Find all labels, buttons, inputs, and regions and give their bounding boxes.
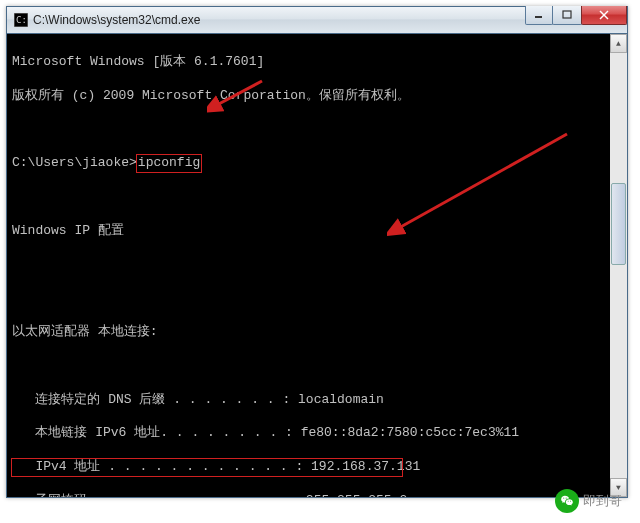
config-row: IPv4 地址 . . . . . . . . . . . . : 192.16… xyxy=(12,459,402,476)
config-row: 子网掩码 . . . . . . . . . . . . : 255.255.2… xyxy=(12,493,605,497)
cmd-icon: C: xyxy=(13,12,29,28)
svg-rect-3 xyxy=(563,11,571,18)
header-line: Microsoft Windows [版本 6.1.7601] xyxy=(12,54,605,71)
scroll-up-button[interactable]: ▲ xyxy=(610,34,627,53)
svg-text:C:: C: xyxy=(16,15,27,25)
prompt-line: C:\Users\jiaoke>ipconfig xyxy=(12,155,605,172)
ipv4-highlight: IPv4 地址 . . . . . . . . . . . . : 192.16… xyxy=(12,459,402,476)
config-row: 本地链接 IPv6 地址. . . . . . . . : fe80::8da2… xyxy=(12,425,605,442)
scroll-track[interactable] xyxy=(610,53,627,478)
section-title: Windows IP 配置 xyxy=(12,223,605,240)
header-line: 版权所有 (c) 2009 Microsoft Corporation。保留所有… xyxy=(12,88,605,105)
window-buttons xyxy=(526,7,627,33)
cmd-window: C: C:\Windows\system32\cmd.exe Microsoft… xyxy=(6,6,628,498)
wechat-icon xyxy=(555,489,579,513)
vertical-scrollbar[interactable]: ▲ ▼ xyxy=(610,34,627,497)
titlebar[interactable]: C: C:\Windows\system32\cmd.exe xyxy=(7,7,627,34)
scroll-thumb[interactable] xyxy=(611,183,626,265)
svg-line-7 xyxy=(397,134,567,229)
watermark-text: 即到哥 xyxy=(583,492,622,510)
close-button[interactable] xyxy=(581,6,627,25)
command-highlight: ipconfig xyxy=(137,155,201,172)
terminal-output[interactable]: Microsoft Windows [版本 6.1.7601] 版权所有 (c)… xyxy=(7,34,610,497)
window-title: C:\Windows\system32\cmd.exe xyxy=(33,13,526,27)
adapter-title: 以太网适配器 本地连接: xyxy=(12,324,605,341)
minimize-button[interactable] xyxy=(525,6,553,25)
watermark: 即到哥 xyxy=(555,489,622,513)
config-row: 连接特定的 DNS 后缀 . . . . . . . : localdomain xyxy=(12,392,605,409)
maximize-button[interactable] xyxy=(552,6,582,25)
command-text: ipconfig xyxy=(138,155,200,170)
prompt-prefix: C:\Users\jiaoke> xyxy=(12,155,137,170)
